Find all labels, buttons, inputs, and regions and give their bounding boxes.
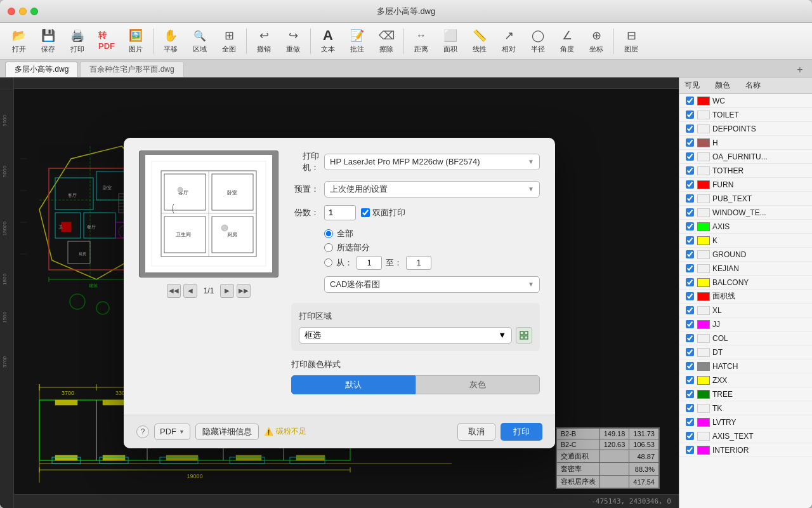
zoom-region-button[interactable]: 🔍 区域 xyxy=(186,25,214,57)
layer-visible-toggle[interactable] xyxy=(684,277,695,288)
to-input[interactable] xyxy=(406,256,431,270)
radius-button[interactable]: ◯ 半径 xyxy=(524,25,552,57)
layer-visible-toggle[interactable] xyxy=(684,305,695,316)
layer-checkbox[interactable] xyxy=(686,138,694,147)
maximize-button[interactable] xyxy=(30,8,38,15)
print-confirm-button[interactable]: 打印 xyxy=(501,423,542,441)
layer-row[interactable]: K xyxy=(679,234,812,248)
layer-row[interactable]: TOTHER xyxy=(679,164,812,178)
layer-row[interactable]: LVTRY xyxy=(679,415,812,429)
layer-row[interactable]: ZXX xyxy=(679,373,812,387)
selected-pages-radio[interactable] xyxy=(324,243,333,252)
layer-row[interactable]: TK xyxy=(679,401,812,415)
layer-checkbox[interactable] xyxy=(686,418,694,426)
layer-checkbox[interactable] xyxy=(686,180,694,189)
area-button[interactable]: ⬜ 面积 xyxy=(436,25,464,57)
copies-input[interactable] xyxy=(324,205,356,220)
layer-row[interactable]: WINDOW_TE... xyxy=(679,206,812,220)
layer-row[interactable]: FURN xyxy=(679,178,812,192)
open-button[interactable]: 📂 打开 xyxy=(5,25,33,57)
linear-button[interactable]: 📏 线性 xyxy=(466,25,494,57)
coord-button[interactable]: ⊕ 坐标 xyxy=(582,25,610,57)
layer-visible-toggle[interactable] xyxy=(684,152,695,162)
layer-visible-toggle[interactable] xyxy=(684,389,695,399)
layer-row[interactable]: BALCONY xyxy=(679,276,812,290)
frame-select[interactable]: 框选 ▼ xyxy=(299,327,512,344)
text-button[interactable]: A 文本 xyxy=(314,25,342,57)
layer-checkbox[interactable] xyxy=(686,208,694,217)
tab-1[interactable]: 多层小高等.dwg xyxy=(5,62,78,77)
default-color-button[interactable]: 默认 xyxy=(291,375,416,394)
layer-row[interactable]: KEJIAN xyxy=(679,262,812,276)
layer-checkbox[interactable] xyxy=(686,222,694,231)
layer-row[interactable]: WC xyxy=(679,94,812,108)
tab-2[interactable]: 百余种住宅户形平面.dwg xyxy=(80,62,183,77)
layer-checkbox[interactable] xyxy=(686,264,694,272)
distance-button[interactable]: ↔ 距离 xyxy=(407,25,435,57)
from-input[interactable] xyxy=(357,256,382,270)
image-button[interactable]: 🖼️ 图片 xyxy=(122,25,150,57)
first-page-button[interactable]: ◀◀ xyxy=(167,284,181,298)
layer-row[interactable]: 面积线 xyxy=(679,290,812,304)
layer-visible-toggle[interactable] xyxy=(684,180,695,190)
layer-checkbox[interactable] xyxy=(686,334,694,342)
layer-visible-toggle[interactable] xyxy=(684,417,695,427)
printer-select[interactable]: HP LaserJet Pro MFP M226dw (BF2574) ▼ xyxy=(324,154,540,170)
layer-row[interactable]: H xyxy=(679,136,812,150)
layer-visible-toggle[interactable] xyxy=(684,222,695,232)
next-page-button[interactable]: ▶ xyxy=(220,284,234,298)
layer-visible-toggle[interactable] xyxy=(684,166,695,176)
layer-checkbox[interactable] xyxy=(686,432,694,440)
layer-visible-toggle[interactable] xyxy=(684,264,695,274)
layer-visible-toggle[interactable] xyxy=(684,333,695,344)
layer-checkbox[interactable] xyxy=(686,292,694,300)
layer-checkbox[interactable] xyxy=(686,348,694,356)
close-button[interactable] xyxy=(8,8,15,15)
layer-row[interactable]: DT xyxy=(679,345,812,359)
layer-row[interactable]: INTERIOR xyxy=(679,443,812,457)
range-radio[interactable] xyxy=(324,258,332,267)
layer-checkbox[interactable] xyxy=(686,152,694,161)
layer-visible-toggle[interactable] xyxy=(684,124,695,134)
layer-row[interactable]: COL xyxy=(679,331,812,345)
layer-visible-toggle[interactable] xyxy=(684,250,695,260)
preset-select[interactable]: 上次使用的设置 ▼ xyxy=(324,181,540,197)
pdf-button[interactable]: PDF ▼ xyxy=(154,424,190,440)
minimize-button[interactable] xyxy=(19,8,27,15)
layer-checkbox[interactable] xyxy=(686,250,694,258)
layer-row[interactable]: JJ xyxy=(679,318,812,331)
layer-visible-toggle[interactable] xyxy=(684,445,695,455)
layer-row[interactable]: OA_FURNITU... xyxy=(679,150,812,164)
topdf-button[interactable]: 转PDF xyxy=(93,25,121,57)
layer-visible-toggle[interactable] xyxy=(684,361,695,371)
redo-button[interactable]: ↪ 重做 xyxy=(279,25,307,57)
angle-button[interactable]: ∠ 角度 xyxy=(553,25,581,57)
help-button[interactable]: ? xyxy=(136,425,149,438)
layer-row[interactable]: TOILET xyxy=(679,108,812,122)
layer-checkbox[interactable] xyxy=(686,390,694,398)
layer-row[interactable]: GROUND xyxy=(679,248,812,262)
hide-details-button[interactable]: 隐藏详细信息 xyxy=(195,424,259,440)
relative-button[interactable]: ↗ 相对 xyxy=(495,25,523,57)
last-page-button[interactable]: ▶▶ xyxy=(237,284,251,298)
gray-color-button[interactable]: 灰色 xyxy=(416,375,540,394)
layer-visible-toggle[interactable] xyxy=(684,194,695,204)
viewer-select[interactable]: CAD迷你看图 ▼ xyxy=(324,276,540,293)
layer-checkbox[interactable] xyxy=(686,124,694,133)
layer-visible-toggle[interactable] xyxy=(684,403,695,413)
frame-icon-button[interactable] xyxy=(516,327,532,344)
layer-checkbox[interactable] xyxy=(686,97,694,105)
erase-button[interactable]: ⌫ 擦除 xyxy=(372,25,400,57)
layer-visible-toggle[interactable] xyxy=(684,138,695,148)
layer-row[interactable]: TREE xyxy=(679,387,812,401)
layer-visible-toggle[interactable] xyxy=(684,347,695,358)
note-button[interactable]: 📝 批注 xyxy=(343,25,371,57)
print-button[interactable]: 🖨️ 打印 xyxy=(63,25,91,57)
layer-checkbox[interactable] xyxy=(686,404,694,412)
layer-checkbox[interactable] xyxy=(686,194,694,203)
layer-checkbox[interactable] xyxy=(686,110,694,119)
layer-checkbox[interactable] xyxy=(686,306,694,314)
layer-visible-toggle[interactable] xyxy=(684,431,695,441)
zoom-all-button[interactable]: ⊞ 全图 xyxy=(215,25,243,57)
layer-checkbox[interactable] xyxy=(686,320,694,328)
